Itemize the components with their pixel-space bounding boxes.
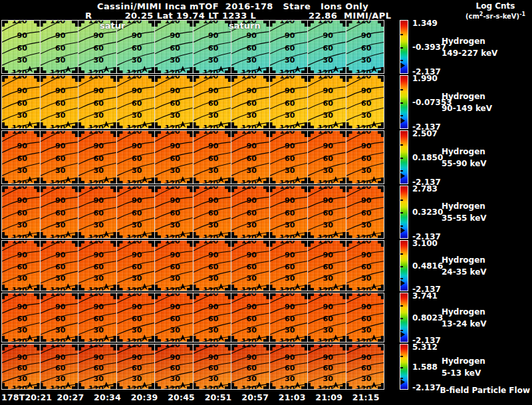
contour-label-30: 30 bbox=[170, 112, 180, 119]
detector-panel: 90 60 30 120 120 bbox=[41, 344, 78, 389]
detector-panel: 90 60 30 120 120 bbox=[78, 76, 116, 128]
contour-label-30: 30 bbox=[208, 57, 218, 64]
colorbar-mid-value: 0.3230 bbox=[412, 207, 443, 217]
contour-label-120-top: 120 bbox=[318, 76, 333, 80]
detector-panel: 90 60 30 120 120 bbox=[308, 76, 346, 128]
colorbar-legend: Log Cnts (cm2-sr-s-keV)-1 bbox=[460, 1, 531, 20]
colorbar-tick bbox=[400, 144, 403, 146]
contour-label-30: 30 bbox=[247, 221, 257, 229]
contour-label-60: 60 bbox=[208, 364, 218, 372]
contour-label-120-bottom: 120 bbox=[203, 287, 218, 291]
contour-label-30: 30 bbox=[208, 375, 218, 382]
contour-label-120-bottom: 120 bbox=[279, 124, 295, 128]
detector-panel: 90 60 30 120 120 bbox=[308, 293, 346, 342]
contour-label-30: 30 bbox=[208, 275, 218, 282]
contour-label-30: 30 bbox=[285, 57, 295, 64]
bfield-flow-label: B-field Particle Flow bbox=[440, 386, 530, 395]
colorbar-mid-value: 0.4816 bbox=[412, 261, 443, 271]
colorbar-tick bbox=[400, 34, 403, 35]
energy-range-label: 13-24 keV bbox=[442, 318, 487, 330]
contour-label-90: 90 bbox=[17, 142, 27, 150]
colorbar-tick bbox=[400, 278, 403, 279]
contour-label-120-bottom: 120 bbox=[12, 385, 27, 389]
contour-label-120-top: 120 bbox=[203, 293, 218, 297]
contour-label-90: 90 bbox=[17, 251, 27, 259]
colorbar-max-value: 1.990 bbox=[412, 74, 438, 83]
contour-label-90: 90 bbox=[208, 142, 218, 150]
detector-panel: 90 60 30 120 120 bbox=[346, 293, 384, 342]
detector-panel: 90 60 30 120 120 bbox=[270, 344, 308, 389]
contour-label-120-top: 120 bbox=[356, 131, 371, 135]
contour-label-60: 60 bbox=[247, 100, 257, 107]
contour-label-120-top: 120 bbox=[241, 344, 257, 348]
contour-label-120-top: 120 bbox=[12, 344, 27, 348]
energy-row: 90 60 30 120 120 90 60 30 120 120 bbox=[0, 130, 532, 184]
contour-label-120-bottom: 120 bbox=[241, 338, 257, 342]
colorbar-tick bbox=[400, 212, 403, 213]
saturn-annotation: saturn bbox=[229, 21, 261, 31]
contour-label-120-bottom: 120 bbox=[12, 234, 27, 238]
contour-label-60: 60 bbox=[170, 155, 180, 162]
colorbar-tick bbox=[400, 200, 403, 201]
contour-label-120-top: 120 bbox=[356, 186, 371, 190]
energy-range-label: 24-35 keV bbox=[442, 266, 487, 278]
contour-label-30: 30 bbox=[17, 221, 27, 229]
contour-label-30: 30 bbox=[170, 375, 180, 382]
contour-label-120-top: 120 bbox=[50, 131, 65, 135]
contour-label-90: 90 bbox=[285, 142, 295, 150]
detector-panel: 90 60 30 120 120 bbox=[2, 131, 40, 184]
contour-label-120-top: 120 bbox=[126, 293, 142, 297]
contour-label-90: 90 bbox=[132, 251, 142, 259]
contour-label-60: 60 bbox=[170, 263, 180, 271]
contour-label-120-top: 120 bbox=[241, 293, 257, 297]
contour-label-30: 30 bbox=[132, 275, 142, 282]
contour-label-60: 60 bbox=[208, 209, 218, 217]
contour-label-90: 90 bbox=[361, 32, 371, 39]
contour-label-120-bottom: 120 bbox=[318, 234, 333, 238]
detector-panel: 90 60 30 120 120 bbox=[155, 344, 193, 389]
contour-label-60: 60 bbox=[55, 155, 65, 162]
contour-label-120-top: 120 bbox=[126, 131, 142, 135]
contour-label-30: 30 bbox=[323, 327, 333, 334]
contour-label-30: 30 bbox=[17, 275, 27, 282]
detector-panel: 90 60 30 120 120 bbox=[2, 293, 40, 342]
contour-label-90: 90 bbox=[132, 32, 142, 39]
contour-label-120-top: 120 bbox=[12, 76, 27, 80]
contour-label-30: 30 bbox=[361, 221, 371, 229]
contour-label-120-top: 120 bbox=[203, 344, 218, 348]
detector-panel: 90 60 30 120 120 bbox=[346, 21, 384, 73]
contour-label-60: 60 bbox=[170, 45, 180, 52]
contour-label-90: 90 bbox=[323, 354, 333, 361]
contour-label-30: 30 bbox=[55, 275, 65, 282]
detector-panel: 90 60 30 120 120 bbox=[41, 241, 78, 291]
contour-label-120-bottom: 120 bbox=[50, 338, 65, 342]
contour-label-60: 60 bbox=[361, 364, 371, 372]
colorbar-max-value: 5.312 bbox=[412, 342, 438, 352]
contour-label-120-bottom: 120 bbox=[241, 385, 257, 389]
contour-label-30: 30 bbox=[94, 375, 104, 382]
contour-label-60: 60 bbox=[55, 315, 65, 323]
contour-label-120-top: 120 bbox=[126, 186, 142, 190]
colorbar-tick bbox=[400, 266, 403, 267]
contour-label-60: 60 bbox=[55, 100, 65, 107]
contour-label-120-top: 120 bbox=[318, 131, 333, 135]
contour-label-60: 60 bbox=[285, 100, 295, 107]
contour-label-30: 30 bbox=[132, 221, 142, 229]
contour-label-60: 60 bbox=[94, 209, 104, 217]
contour-label-120-bottom: 120 bbox=[356, 338, 371, 342]
colorbar-tick bbox=[400, 378, 403, 379]
contour-label-90: 90 bbox=[247, 251, 257, 259]
contour-label-30: 30 bbox=[285, 167, 295, 174]
contour-label-60: 60 bbox=[55, 263, 65, 271]
species-label: Hydrogen bbox=[442, 355, 485, 367]
panel-grid: 90 60 30 120 120 90 60 30 120 120 bbox=[1, 20, 384, 74]
contour-label-120-bottom: 120 bbox=[126, 287, 142, 291]
contour-label-120-bottom: 120 bbox=[50, 69, 65, 73]
contour-label-30: 30 bbox=[94, 275, 104, 282]
contour-label-90: 90 bbox=[323, 303, 333, 311]
contour-label-60: 60 bbox=[17, 263, 27, 271]
contour-label-60: 60 bbox=[17, 45, 27, 52]
detector-panel: 90 60 30 120 120 bbox=[194, 21, 231, 73]
contour-label-90: 90 bbox=[208, 87, 218, 94]
contour-label-120-bottom: 120 bbox=[356, 124, 371, 128]
